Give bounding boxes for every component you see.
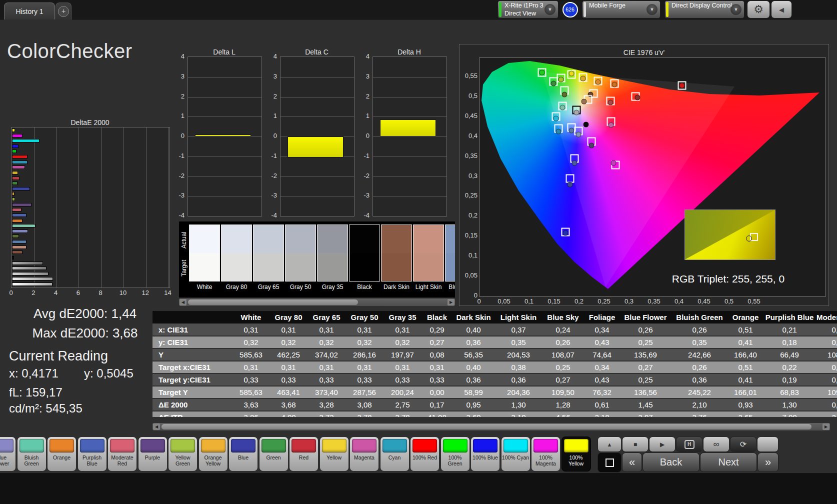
swatch-blue-sky[interactable] (445, 224, 455, 282)
source-dropdown[interactable]: Mobile Forge ▼ (582, 1, 660, 18)
row-label: x: CIE31 (152, 326, 232, 334)
column-header: Gray 65 (308, 313, 346, 322)
delta-h-chart (372, 56, 447, 216)
patch-color-chip (322, 439, 346, 452)
swatch-black[interactable] (349, 224, 380, 282)
table-scrollbar[interactable]: ◀ ▶ (152, 423, 830, 430)
next-chevron-button[interactable]: » (758, 453, 778, 472)
scroll-left-icon[interactable]: ◀ (153, 424, 160, 430)
settings-button[interactable]: ⚙ (748, 1, 770, 18)
swatch-label: Black (348, 284, 380, 290)
scroll-up-button[interactable]: ▲ (598, 437, 621, 452)
cell: 197,97 (384, 350, 422, 359)
patch-button-moderate-red[interactable]: Moderate Red (108, 437, 136, 471)
patch-button-100-red[interactable]: 100% Red (410, 437, 439, 471)
next-button[interactable]: Next (700, 453, 756, 472)
column-header: Black (422, 313, 452, 322)
patch-color-chip (412, 439, 437, 452)
play-button[interactable]: ▶ (650, 437, 675, 452)
swatch-label: Blue Sky (444, 284, 455, 290)
gear-icon: ⚙ (754, 3, 764, 16)
patch-button-cyan[interactable]: Cyan (380, 437, 409, 471)
scroll-right-icon[interactable]: ▶ (822, 424, 830, 430)
back-chevron-button[interactable]: « (622, 453, 642, 472)
target-color (254, 253, 284, 281)
scrollbar-thumb[interactable] (188, 300, 358, 305)
patch-button-100-cyan[interactable]: 100% Cyan (502, 437, 530, 471)
scroll-left-icon[interactable]: ◀ (180, 299, 186, 306)
refresh-button[interactable]: ⟳ (730, 437, 756, 452)
cell: 204,53 (494, 350, 542, 359)
cell: 0,32 (232, 338, 270, 346)
gridline (280, 176, 354, 177)
patch-button-green[interactable]: Green (260, 437, 288, 471)
cell: 0,00 (422, 388, 452, 396)
swatch-white[interactable] (189, 224, 220, 282)
patch-button-100-yellow[interactable]: 100% Yellow (562, 437, 590, 471)
patch-button-magenta[interactable]: Magenta (350, 437, 378, 471)
probe-dropdown[interactable]: X-Rite i1Pro 3Direct View ▼ (498, 1, 558, 18)
cell: 66,49 (762, 350, 816, 359)
display-control-dropdown[interactable]: Direct Display Control ▼ (665, 1, 744, 18)
cell: 1,28 (542, 400, 584, 409)
scroll-right-icon[interactable]: ▶ (448, 299, 454, 306)
cell: 3,28 (308, 400, 346, 409)
swatch-dark-skin[interactable] (381, 224, 412, 282)
back-button[interactable]: Back (643, 453, 699, 472)
fullscreen-patch-button[interactable] (598, 453, 621, 472)
gridline (373, 116, 446, 117)
patch-button-yellow[interactable]: Yellow (320, 437, 348, 471)
swatch-gray-35[interactable] (317, 224, 348, 282)
cell: 3,76 (670, 413, 728, 417)
add-tab-button[interactable]: + (56, 2, 72, 20)
patch-button-100-green[interactable]: 100% Green (441, 437, 470, 471)
patch-button-orange-yellow[interactable]: Orange Yellow (199, 437, 228, 471)
collapse-panel-button[interactable]: ◀ (772, 1, 792, 18)
extra-transport-button[interactable] (758, 437, 778, 452)
patch-button-bluish-green[interactable]: Bluish Green (18, 437, 46, 471)
patch-button-blue-flower[interactable]: Blue Flower (0, 437, 16, 471)
patch-color-chip (504, 439, 528, 452)
swatch-light-skin[interactable] (413, 224, 444, 282)
patch-button-label: Blue Flower (0, 454, 15, 466)
cell: 2,38 (816, 413, 837, 417)
patch-button-orange[interactable]: Orange (48, 437, 76, 471)
measured-dot-100-blue (563, 230, 568, 236)
patch-button-100-blue[interactable]: 100% Blue (471, 437, 500, 471)
scrollbar-thumb[interactable] (162, 424, 812, 430)
swatch-gray-50[interactable] (285, 224, 316, 282)
dE-bar-blue-flower (12, 230, 28, 233)
swatch-label: Gray 50 (284, 284, 316, 290)
y-tick-label: 2 (172, 92, 184, 100)
swatch-strip-scrollbar[interactable]: ◀ ▶ (179, 298, 455, 306)
cell: 0,27 (620, 363, 670, 372)
patch-button-label: Orange Yellow (200, 454, 227, 466)
loop-button[interactable]: ∞ (704, 437, 729, 452)
swatch-gray-80[interactable] (221, 224, 252, 282)
measured-dot-orange (596, 79, 601, 84)
patch-button-label: Red (290, 454, 318, 460)
dE-bar-100-blue (12, 144, 18, 148)
swatch-gray-65[interactable] (253, 224, 284, 282)
preset-button[interactable]: H (676, 437, 702, 452)
stop-button[interactable]: ■ (622, 437, 648, 452)
patch-button-100-magenta[interactable]: 100% Magenta (532, 437, 560, 471)
patch-button-purple[interactable]: Purple (138, 437, 167, 471)
cell: 0,46 (816, 326, 837, 334)
tab-history-1[interactable]: History 1 (4, 2, 55, 20)
dE-bar-gray-65 (12, 272, 48, 276)
column-header: Foliage (584, 313, 620, 322)
patch-button-red[interactable]: Red (290, 437, 318, 471)
swatch-label: Gray 65 (252, 284, 284, 290)
square-icon (606, 458, 614, 467)
cell: 166,01 (728, 388, 762, 396)
y-tick-label: -1 (172, 152, 184, 160)
measured-dot-purple (589, 143, 594, 148)
patch-button-purplish-blue[interactable]: Purplish Blue (78, 437, 106, 471)
measured-dot-100-magenta (611, 160, 616, 166)
actual-color (318, 225, 348, 253)
patch-button-blue[interactable]: Blue (229, 437, 258, 471)
probe-status-stripe (499, 2, 502, 17)
patch-button-yellow-green[interactable]: Yellow Green (168, 437, 197, 471)
target-color (382, 253, 412, 281)
